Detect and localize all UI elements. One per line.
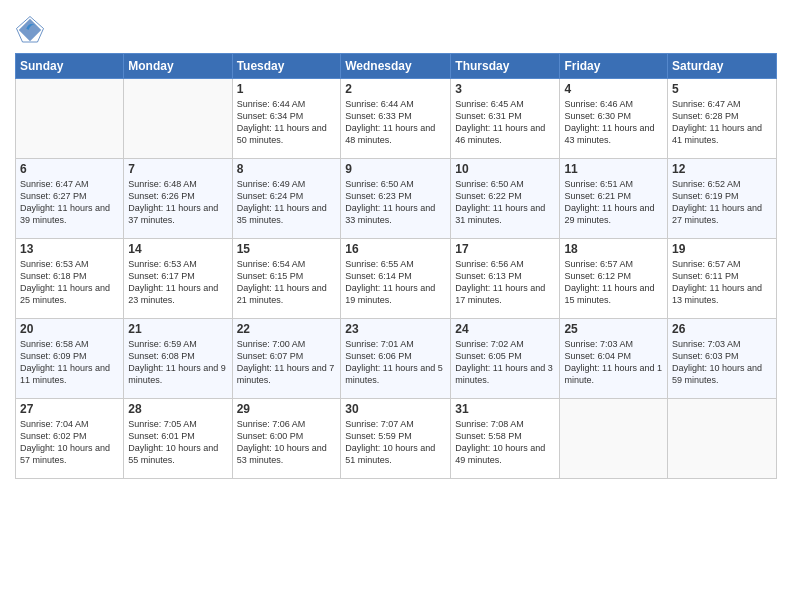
- day-info: Sunrise: 6:52 AMSunset: 6:19 PMDaylight:…: [672, 178, 772, 227]
- day-info: Sunrise: 6:56 AMSunset: 6:13 PMDaylight:…: [455, 258, 555, 307]
- day-number: 9: [345, 162, 446, 176]
- calendar-week-2: 6Sunrise: 6:47 AMSunset: 6:27 PMDaylight…: [16, 159, 777, 239]
- header-row: SundayMondayTuesdayWednesdayThursdayFrid…: [16, 54, 777, 79]
- day-info: Sunrise: 7:05 AMSunset: 6:01 PMDaylight:…: [128, 418, 227, 467]
- calendar-cell: 19Sunrise: 6:57 AMSunset: 6:11 PMDayligh…: [668, 239, 777, 319]
- page-container: SundayMondayTuesdayWednesdayThursdayFrid…: [0, 0, 792, 484]
- day-number: 24: [455, 322, 555, 336]
- calendar-cell: 28Sunrise: 7:05 AMSunset: 6:01 PMDayligh…: [124, 399, 232, 479]
- calendar-cell: 14Sunrise: 6:53 AMSunset: 6:17 PMDayligh…: [124, 239, 232, 319]
- day-number: 30: [345, 402, 446, 416]
- calendar-week-5: 27Sunrise: 7:04 AMSunset: 6:02 PMDayligh…: [16, 399, 777, 479]
- day-info: Sunrise: 7:03 AMSunset: 6:04 PMDaylight:…: [564, 338, 663, 387]
- day-number: 8: [237, 162, 337, 176]
- day-info: Sunrise: 6:47 AMSunset: 6:27 PMDaylight:…: [20, 178, 119, 227]
- day-info: Sunrise: 6:46 AMSunset: 6:30 PMDaylight:…: [564, 98, 663, 147]
- day-number: 12: [672, 162, 772, 176]
- day-number: 15: [237, 242, 337, 256]
- calendar-cell: 3Sunrise: 6:45 AMSunset: 6:31 PMDaylight…: [451, 79, 560, 159]
- calendar-cell: 15Sunrise: 6:54 AMSunset: 6:15 PMDayligh…: [232, 239, 341, 319]
- day-number: 7: [128, 162, 227, 176]
- day-info: Sunrise: 6:55 AMSunset: 6:14 PMDaylight:…: [345, 258, 446, 307]
- day-info: Sunrise: 7:03 AMSunset: 6:03 PMDaylight:…: [672, 338, 772, 387]
- calendar-cell: 10Sunrise: 6:50 AMSunset: 6:22 PMDayligh…: [451, 159, 560, 239]
- calendar-week-1: 1Sunrise: 6:44 AMSunset: 6:34 PMDaylight…: [16, 79, 777, 159]
- calendar-cell: [560, 399, 668, 479]
- day-number: 5: [672, 82, 772, 96]
- day-number: 11: [564, 162, 663, 176]
- calendar-cell: 30Sunrise: 7:07 AMSunset: 5:59 PMDayligh…: [341, 399, 451, 479]
- calendar-cell: 16Sunrise: 6:55 AMSunset: 6:14 PMDayligh…: [341, 239, 451, 319]
- calendar-table: SundayMondayTuesdayWednesdayThursdayFrid…: [15, 53, 777, 479]
- calendar-cell: 26Sunrise: 7:03 AMSunset: 6:03 PMDayligh…: [668, 319, 777, 399]
- day-number: 16: [345, 242, 446, 256]
- calendar-cell: 5Sunrise: 6:47 AMSunset: 6:28 PMDaylight…: [668, 79, 777, 159]
- calendar-cell: 27Sunrise: 7:04 AMSunset: 6:02 PMDayligh…: [16, 399, 124, 479]
- calendar-cell: [124, 79, 232, 159]
- day-info: Sunrise: 6:58 AMSunset: 6:09 PMDaylight:…: [20, 338, 119, 387]
- day-number: 10: [455, 162, 555, 176]
- day-info: Sunrise: 6:57 AMSunset: 6:11 PMDaylight:…: [672, 258, 772, 307]
- day-info: Sunrise: 6:45 AMSunset: 6:31 PMDaylight:…: [455, 98, 555, 147]
- day-info: Sunrise: 6:59 AMSunset: 6:08 PMDaylight:…: [128, 338, 227, 387]
- calendar-cell: 1Sunrise: 6:44 AMSunset: 6:34 PMDaylight…: [232, 79, 341, 159]
- col-header-sunday: Sunday: [16, 54, 124, 79]
- calendar-week-4: 20Sunrise: 6:58 AMSunset: 6:09 PMDayligh…: [16, 319, 777, 399]
- day-info: Sunrise: 6:57 AMSunset: 6:12 PMDaylight:…: [564, 258, 663, 307]
- calendar-cell: 31Sunrise: 7:08 AMSunset: 5:58 PMDayligh…: [451, 399, 560, 479]
- calendar-cell: 12Sunrise: 6:52 AMSunset: 6:19 PMDayligh…: [668, 159, 777, 239]
- calendar-cell: 24Sunrise: 7:02 AMSunset: 6:05 PMDayligh…: [451, 319, 560, 399]
- day-number: 20: [20, 322, 119, 336]
- calendar-cell: 21Sunrise: 6:59 AMSunset: 6:08 PMDayligh…: [124, 319, 232, 399]
- day-info: Sunrise: 7:04 AMSunset: 6:02 PMDaylight:…: [20, 418, 119, 467]
- day-number: 13: [20, 242, 119, 256]
- day-number: 19: [672, 242, 772, 256]
- calendar-cell: 4Sunrise: 6:46 AMSunset: 6:30 PMDaylight…: [560, 79, 668, 159]
- calendar-week-3: 13Sunrise: 6:53 AMSunset: 6:18 PMDayligh…: [16, 239, 777, 319]
- day-info: Sunrise: 6:44 AMSunset: 6:33 PMDaylight:…: [345, 98, 446, 147]
- col-header-thursday: Thursday: [451, 54, 560, 79]
- day-info: Sunrise: 7:00 AMSunset: 6:07 PMDaylight:…: [237, 338, 337, 387]
- day-info: Sunrise: 7:07 AMSunset: 5:59 PMDaylight:…: [345, 418, 446, 467]
- calendar-cell: 2Sunrise: 6:44 AMSunset: 6:33 PMDaylight…: [341, 79, 451, 159]
- day-info: Sunrise: 6:53 AMSunset: 6:17 PMDaylight:…: [128, 258, 227, 307]
- logo-icon: [15, 15, 45, 45]
- col-header-friday: Friday: [560, 54, 668, 79]
- day-info: Sunrise: 6:54 AMSunset: 6:15 PMDaylight:…: [237, 258, 337, 307]
- day-number: 17: [455, 242, 555, 256]
- header: [15, 10, 777, 45]
- day-number: 22: [237, 322, 337, 336]
- day-number: 3: [455, 82, 555, 96]
- day-number: 4: [564, 82, 663, 96]
- calendar-cell: 9Sunrise: 6:50 AMSunset: 6:23 PMDaylight…: [341, 159, 451, 239]
- day-info: Sunrise: 7:06 AMSunset: 6:00 PMDaylight:…: [237, 418, 337, 467]
- calendar-cell: [16, 79, 124, 159]
- day-number: 21: [128, 322, 227, 336]
- day-number: 18: [564, 242, 663, 256]
- day-number: 1: [237, 82, 337, 96]
- day-number: 2: [345, 82, 446, 96]
- col-header-tuesday: Tuesday: [232, 54, 341, 79]
- calendar-cell: 20Sunrise: 6:58 AMSunset: 6:09 PMDayligh…: [16, 319, 124, 399]
- day-info: Sunrise: 7:01 AMSunset: 6:06 PMDaylight:…: [345, 338, 446, 387]
- day-number: 27: [20, 402, 119, 416]
- day-number: 14: [128, 242, 227, 256]
- calendar-cell: 6Sunrise: 6:47 AMSunset: 6:27 PMDaylight…: [16, 159, 124, 239]
- calendar-cell: 8Sunrise: 6:49 AMSunset: 6:24 PMDaylight…: [232, 159, 341, 239]
- day-info: Sunrise: 6:47 AMSunset: 6:28 PMDaylight:…: [672, 98, 772, 147]
- day-number: 29: [237, 402, 337, 416]
- day-info: Sunrise: 6:50 AMSunset: 6:22 PMDaylight:…: [455, 178, 555, 227]
- day-number: 26: [672, 322, 772, 336]
- col-header-monday: Monday: [124, 54, 232, 79]
- day-info: Sunrise: 7:08 AMSunset: 5:58 PMDaylight:…: [455, 418, 555, 467]
- day-info: Sunrise: 6:50 AMSunset: 6:23 PMDaylight:…: [345, 178, 446, 227]
- calendar-cell: [668, 399, 777, 479]
- col-header-saturday: Saturday: [668, 54, 777, 79]
- calendar-cell: 25Sunrise: 7:03 AMSunset: 6:04 PMDayligh…: [560, 319, 668, 399]
- day-info: Sunrise: 6:44 AMSunset: 6:34 PMDaylight:…: [237, 98, 337, 147]
- svg-marker-0: [19, 19, 42, 42]
- day-info: Sunrise: 6:53 AMSunset: 6:18 PMDaylight:…: [20, 258, 119, 307]
- calendar-cell: 17Sunrise: 6:56 AMSunset: 6:13 PMDayligh…: [451, 239, 560, 319]
- day-info: Sunrise: 6:49 AMSunset: 6:24 PMDaylight:…: [237, 178, 337, 227]
- calendar-cell: 11Sunrise: 6:51 AMSunset: 6:21 PMDayligh…: [560, 159, 668, 239]
